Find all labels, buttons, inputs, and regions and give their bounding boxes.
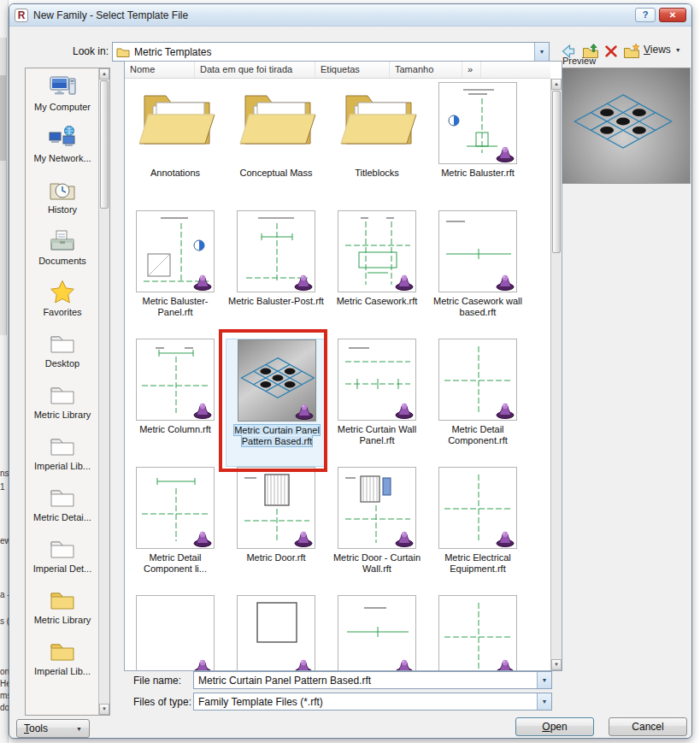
- preview-pane: [556, 68, 691, 184]
- file-item-label: Metric Baluster-Panel.rft: [126, 296, 224, 318]
- sidebar-item-favorites[interactable]: Favorites: [26, 279, 98, 317]
- column-header-etiquetas[interactable]: Etiquetas: [315, 62, 390, 78]
- file-item-metric-electrical-equipment-rft[interactable]: Metric Electrical Equipment.rft: [427, 467, 528, 595]
- folder-white-icon: [26, 535, 98, 563]
- sidebar-item-label: Imperial Lib...: [26, 461, 98, 471]
- dropdown-arrow-icon[interactable]: ▼: [537, 693, 551, 710]
- sidebar-item-label: Metric Library: [26, 615, 98, 625]
- scroll-up-button[interactable]: ▲: [551, 79, 562, 90]
- look-in-label: Look in:: [61, 45, 109, 57]
- new-folder-button[interactable]: [621, 41, 642, 62]
- file-item-metric-door-rft[interactable]: Metric Door.rft: [226, 467, 326, 595]
- template-thumbnail: [438, 339, 517, 421]
- delete-button[interactable]: [603, 41, 620, 62]
- scroll-thumb[interactable]: [100, 80, 109, 209]
- family-stamp-icon: [192, 528, 213, 547]
- family-stamp-icon: [394, 657, 415, 670]
- sidebar-item-documents[interactable]: Documents: [26, 227, 98, 266]
- scroll-down-button[interactable]: ▼: [99, 704, 109, 715]
- file-item-titleblocks[interactable]: Titleblocks: [326, 82, 427, 210]
- views-button[interactable]: Views ▼: [644, 44, 681, 56]
- chevron-down-icon: ▼: [76, 726, 82, 732]
- sidebar-item-desktop[interactable]: Desktop: [26, 330, 98, 369]
- cancel-button[interactable]: Cancel: [609, 717, 687, 736]
- background-scrollbar[interactable]: [0, 38, 7, 335]
- sidebar-scrollbar[interactable]: ▲ ▼: [98, 68, 109, 715]
- file-item-metric-door-curtain-wall-rft[interactable]: Metric Door - Curtain Wall.rft: [326, 467, 427, 595]
- tools-button[interactable]: Tools ▼: [16, 719, 90, 738]
- sidebar-item-label: My Network...: [26, 153, 98, 163]
- scroll-thumb[interactable]: [552, 91, 561, 253]
- title-bar[interactable]: R New Family - Select Template File ? ✕: [9, 4, 691, 27]
- revit-app-icon: R: [15, 9, 28, 22]
- sidebar-item-label: Favorites: [26, 307, 98, 317]
- template-thumbnail: [338, 467, 416, 549]
- sidebar-item-label: Desktop: [26, 358, 98, 369]
- folder-yellow-icon: [26, 638, 98, 665]
- help-button[interactable]: ?: [635, 8, 656, 22]
- sidebar-item-metric-library[interactable]: Metric Library: [26, 381, 98, 420]
- template-thumbnail: [136, 595, 215, 670]
- sidebar-item-history[interactable]: History: [26, 176, 98, 215]
- scroll-up-button[interactable]: ▲: [99, 68, 109, 80]
- file-item-metric-casework-rft[interactable]: Metric Casework.rft: [326, 210, 427, 339]
- cancel-button-label: Cancel: [632, 721, 663, 733]
- sidebar-item-metric-library[interactable]: Metric Library: [26, 587, 98, 625]
- family-stamp-icon: [293, 657, 314, 670]
- scroll-down-button[interactable]: ▼: [551, 659, 562, 670]
- file-item-metric-column-rft[interactable]: Metric Column.rft: [125, 339, 226, 467]
- sidebar-item-my-network[interactable]: My Network...: [26, 125, 98, 163]
- file-item-label: Metric Baluster.rft: [429, 168, 526, 179]
- background-app-strip: ns1ewa -s (onHemsdo: [0, 0, 9, 743]
- file-item-metric-detail-component-rft[interactable]: Metric Detail Component.rft: [427, 339, 528, 467]
- sidebar-item-label: Imperial Lib...: [26, 666, 98, 676]
- file-item-partial-17[interactable]: [125, 595, 226, 670]
- close-button[interactable]: ✕: [659, 8, 686, 22]
- look-in-value: Metric Templates: [130, 46, 534, 58]
- folder-white-icon: [26, 381, 98, 409]
- files-of-type-combo[interactable]: Family Template Files (*.rft) ▼: [193, 693, 552, 711]
- file-name-combo[interactable]: Metric Curtain Panel Pattern Based.rft ▼: [193, 671, 552, 689]
- column-header-nome[interactable]: Nome: [125, 62, 195, 78]
- template-thumbnail: [136, 339, 215, 421]
- views-button-label: Views: [644, 44, 671, 56]
- sidebar-item-imperial-lib[interactable]: Imperial Lib...: [26, 638, 98, 676]
- column-header-item[interactable]: »: [462, 62, 481, 78]
- sidebar-list: My ComputerMy Network...HistoryDocuments…: [26, 68, 98, 715]
- family-stamp-icon: [394, 400, 415, 419]
- favorites-icon: [26, 279, 98, 306]
- dropdown-arrow-icon[interactable]: ▼: [534, 43, 549, 61]
- folder-thumbnail: [237, 82, 315, 164]
- file-item-metric-baluster-panel-rft[interactable]: Metric Baluster-Panel.rft: [125, 210, 226, 339]
- file-list-scrollbar[interactable]: ▲ ▼: [550, 79, 562, 670]
- background-scrollbar-thumb[interactable]: [0, 75, 7, 161]
- file-item-partial-19[interactable]: [326, 595, 427, 670]
- family-stamp-icon: [394, 528, 415, 547]
- file-item-metric-casework-wall-based-rft[interactable]: Metric Casework wall based.rft: [427, 210, 528, 339]
- column-header-data-em-que-foi-tirada[interactable]: Data em que foi tirada: [195, 62, 315, 78]
- family-stamp-icon: [495, 272, 515, 291]
- file-item-annotations[interactable]: Annotations: [125, 82, 226, 210]
- folder-white-icon: [26, 484, 98, 511]
- file-item-partial-18[interactable]: [226, 595, 326, 670]
- look-in-combo[interactable]: Metric Templates ▼: [112, 42, 550, 62]
- file-item-label: Metric Door.rft: [227, 552, 325, 563]
- column-header-filler: [481, 62, 550, 78]
- template-thumbnail: [237, 210, 315, 292]
- documents-icon: [26, 227, 98, 255]
- file-item-metric-curtain-wall-panel-rft[interactable]: Metric Curtain Wall Panel.rft: [326, 339, 427, 467]
- file-item-metric-baluster-rft[interactable]: Metric Baluster.rft: [427, 82, 528, 210]
- file-item-partial-20[interactable]: [427, 595, 528, 670]
- sidebar-item-metric-detai[interactable]: Metric Detai...: [26, 484, 98, 522]
- files-of-type-label: Files of type:: [133, 696, 191, 708]
- file-item-metric-detail-component-li[interactable]: Metric Detail Component li...: [125, 467, 226, 595]
- sidebar-item-imperial-det[interactable]: Imperial Det...: [26, 535, 98, 574]
- sidebar-item-imperial-lib[interactable]: Imperial Lib...: [26, 433, 98, 471]
- computer-icon: [26, 74, 98, 101]
- open-button[interactable]: Open: [515, 717, 594, 736]
- sidebar-item-my-computer[interactable]: My Computer: [26, 74, 98, 112]
- file-item-metric-baluster-post-rft[interactable]: Metric Baluster-Post.rft: [226, 210, 326, 339]
- file-item-conceptual-mass[interactable]: Conceptual Mass: [226, 82, 326, 210]
- column-header-tamanho[interactable]: Tamanho: [390, 62, 462, 78]
- dropdown-arrow-icon[interactable]: ▼: [537, 672, 551, 688]
